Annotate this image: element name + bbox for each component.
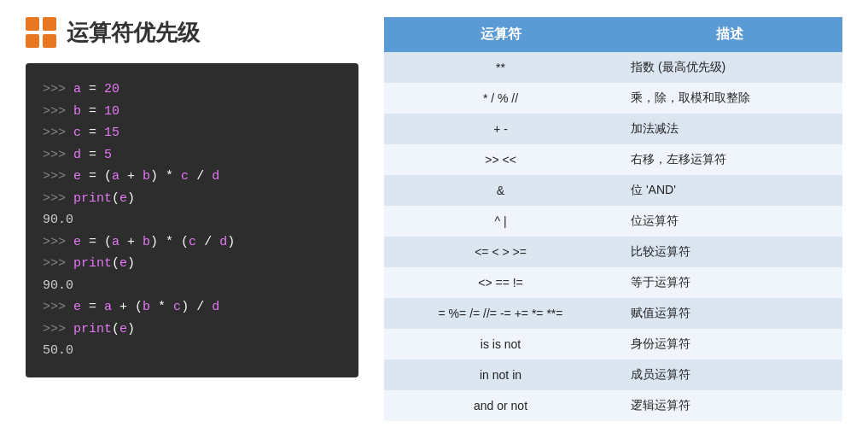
code-line: >>> c = 15 (43, 122, 341, 144)
prompt: >>> (43, 82, 73, 97)
section-title: 运算符优先级 (26, 17, 358, 48)
svg-rect-0 (26, 17, 39, 31)
table-header-row: 运算符 描述 (384, 17, 842, 52)
table-row: **指数 (最高优先级) (384, 52, 842, 83)
code-line: >>> d = 5 (43, 144, 341, 167)
code-line: >>> print(e) (43, 188, 341, 210)
code-line: >>> print(e) (43, 253, 341, 275)
prompt: >>> (43, 191, 73, 206)
operator-table: 运算符 描述 **指数 (最高优先级)* / % //乘，除，取模和取整除+ -… (384, 17, 842, 421)
svg-rect-1 (43, 17, 56, 31)
page-title: 运算符优先级 (67, 18, 200, 48)
table-row: <= < > >=比较运算符 (384, 237, 842, 267)
operator-cell: <= < > >= (384, 237, 617, 267)
description-cell: 逻辑运算符 (617, 390, 842, 421)
prompt: >>> (43, 169, 73, 184)
right-panel: 运算符 描述 **指数 (最高优先级)* / % //乘，除，取模和取整除+ -… (384, 17, 842, 410)
output-line: 90.0 (43, 209, 341, 231)
table-row: + -加法减法 (384, 114, 842, 144)
table-row: * / % //乘，除，取模和取整除 (384, 83, 842, 114)
code-line: >>> e = (a + b) * c / d (43, 166, 341, 188)
code-line: >>> e = (a + b) * (c / d) (43, 231, 341, 254)
description-cell: 比较运算符 (617, 237, 842, 267)
operator-cell: >> << (384, 144, 617, 175)
code-line: >>> print(e) (43, 319, 341, 341)
prompt: >>> (43, 256, 73, 271)
prompt: >>> (43, 126, 73, 140)
description-cell: 位运算符 (617, 206, 842, 237)
description-cell: 成员运算符 (617, 360, 842, 390)
prompt: >>> (43, 235, 73, 249)
operator-cell: and or not (384, 390, 617, 421)
table-row: and or not逻辑运算符 (384, 390, 842, 421)
description-cell: 加法减法 (617, 114, 842, 144)
table-row: <> == !=等于运算符 (384, 267, 842, 298)
left-panel: 运算符优先级 >>> a = 20 >>> b = 10 >>> c = 15 … (26, 17, 358, 410)
prompt: >>> (43, 148, 73, 162)
description-cell: 身份运算符 (617, 329, 842, 360)
operator-cell: + - (384, 114, 617, 144)
table-row: >> <<右移，左移运算符 (384, 144, 842, 175)
code-line: >>> e = a + (b * c) / d (43, 296, 341, 319)
output-line: 90.0 (43, 275, 341, 297)
description-cell: 指数 (最高优先级) (617, 52, 842, 83)
description-cell: 右移，左移运算符 (617, 144, 842, 175)
output-line: 50.0 (43, 340, 341, 362)
operator-cell: & (384, 175, 617, 206)
col-header-desc: 描述 (617, 17, 842, 52)
description-cell: 位 'AND' (617, 175, 842, 206)
table-row: ^ |位运算符 (384, 206, 842, 237)
description-cell: 乘，除，取模和取整除 (617, 83, 842, 114)
table-row: in not in成员运算符 (384, 360, 842, 390)
col-header-operator: 运算符 (384, 17, 617, 52)
table-row: is is not身份运算符 (384, 329, 842, 360)
operator-cell: = %= /= //= -= += *= **= (384, 298, 617, 329)
operator-cell: ^ | (384, 206, 617, 237)
prompt: >>> (43, 322, 73, 336)
code-line: >>> b = 10 (43, 101, 341, 123)
svg-rect-2 (26, 34, 39, 48)
operator-cell: in not in (384, 360, 617, 390)
table-row: = %= /= //= -= += *= **=赋值运算符 (384, 298, 842, 329)
operator-cell: * / % // (384, 83, 617, 114)
code-block: >>> a = 20 >>> b = 10 >>> c = 15 >>> d =… (26, 63, 358, 377)
svg-rect-3 (43, 34, 56, 48)
table-row: &位 'AND' (384, 175, 842, 206)
operator-cell: is is not (384, 329, 617, 360)
code-line: >>> a = 20 (43, 79, 341, 101)
description-cell: 等于运算符 (617, 267, 842, 298)
operator-cell: <> == != (384, 267, 617, 298)
description-cell: 赋值运算符 (617, 298, 842, 329)
prompt: >>> (43, 300, 73, 314)
operator-icon (26, 17, 56, 48)
operator-cell: ** (384, 52, 617, 83)
prompt: >>> (43, 104, 73, 119)
